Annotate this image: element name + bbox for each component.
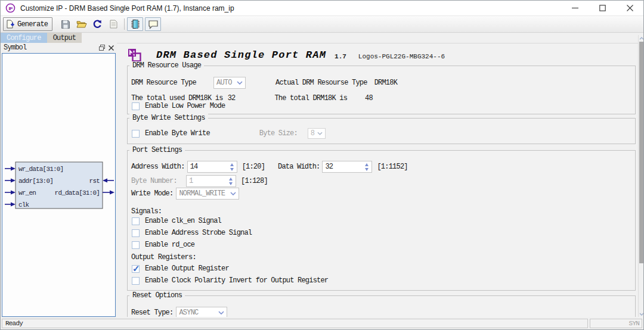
minimize-icon — [572, 5, 578, 11]
checkbox-rd-oce-label: Enable rd_oce — [145, 241, 194, 249]
generate-button[interactable]: Generate — [3, 17, 52, 31]
checkbox-enable-address-strobe[interactable] — [132, 229, 140, 237]
group-legend: Port Settings — [129, 146, 185, 154]
toolbar-separator — [124, 18, 125, 30]
tab-output[interactable]: Output — [47, 33, 82, 43]
checkbox-enable-clk-en[interactable] — [132, 217, 140, 225]
port-label: wr_data[31:0] — [18, 166, 63, 173]
symbol-dock-header: Symbol — [1, 43, 117, 52]
checkbox-low-power-label: Enable Low Power Mode — [145, 102, 225, 110]
chevron-down-icon — [317, 132, 323, 135]
status-message: Ready — [2, 319, 588, 328]
port-label: rst — [89, 178, 100, 185]
address-width-input[interactable]: 14 — [187, 161, 237, 173]
reset-type-select[interactable]: ASYNC — [176, 307, 227, 317]
port-label: clk — [18, 201, 30, 208]
toolbar: Generate — [1, 16, 643, 33]
refresh-button[interactable] — [89, 17, 106, 31]
total-used-value: 32 — [228, 94, 236, 102]
byte-size-label: Byte Size: — [259, 129, 298, 138]
signals-section-label: Signals: — [131, 207, 162, 216]
ip-version: 1.7 — [335, 53, 346, 60]
checkbox-enable-byte-write[interactable] — [132, 130, 140, 138]
close-icon — [627, 5, 633, 11]
save-icon — [61, 20, 70, 29]
group-reset-options: Reset Options Reset Type: ASYNC — [127, 295, 636, 317]
byte-number-label: Byte Number: — [131, 177, 184, 185]
close-panel-icon[interactable] — [109, 45, 114, 51]
chevron-down-icon — [237, 81, 243, 85]
checkbox-clk-en-label: Enable clk_en Signal — [145, 217, 221, 225]
symbol-toggle-button[interactable] — [127, 17, 143, 31]
symbol-view: wr_data[31:0] addr[13:0] wr_en clk rst r… — [2, 53, 116, 317]
generate-label: Generate — [17, 20, 48, 29]
minimize-button[interactable] — [561, 1, 589, 15]
byte-size-select: 8 — [308, 128, 326, 139]
port-label: addr[13:0] — [18, 178, 53, 185]
checkbox-clock-polarity-invert[interactable] — [132, 277, 140, 285]
comment-toggle-button[interactable] — [145, 17, 161, 31]
scrollbar[interactable] — [638, 35, 644, 317]
write-mode-select[interactable]: NORMAL_WRITE — [176, 188, 239, 200]
maximize-button[interactable] — [589, 1, 616, 15]
ip-device: Logos-PGL22G-MBG324--6 — [358, 53, 445, 60]
group-legend: DRM Resource Usage — [129, 61, 204, 70]
write-mode-label: Write Mode: — [131, 189, 173, 198]
open-button[interactable] — [73, 17, 89, 31]
group-legend: Reset Options — [129, 291, 185, 300]
ip-header: DRM Based Single Port RAM 1.7 Logos-PGL2… — [128, 48, 445, 62]
byte-number-range: [1:128] — [241, 177, 268, 185]
group-drm-resource-usage: DRM Resource Usage DRM Resource Type AUT… — [127, 66, 636, 114]
report-button[interactable] — [106, 17, 122, 31]
scrollbar-thumb[interactable] — [639, 42, 644, 263]
checkbox-byte-write-label: Enable Byte Write — [145, 129, 210, 138]
chevron-up-icon — [639, 37, 644, 40]
status-mode: SYN — [590, 319, 642, 328]
close-button[interactable] — [616, 1, 643, 15]
byte-number-input: 1 — [186, 175, 236, 187]
data-width-input[interactable]: 32 — [322, 161, 372, 173]
port-label: rd_data[31:0] — [55, 189, 100, 197]
drm-resource-type-label: DRM Resource Type — [131, 79, 213, 87]
port-label: wr_en — [18, 189, 36, 197]
document-icon — [110, 20, 117, 29]
total-label: The total DRM18K is — [274, 94, 347, 102]
scroll-up-button[interactable] — [639, 35, 644, 41]
window-title: Customize IP - DRM Based Single Port RAM… — [20, 4, 234, 13]
checkbox-enable-output-register[interactable] — [132, 265, 140, 273]
open-folder-icon — [76, 20, 87, 29]
float-panel-icon[interactable] — [99, 45, 105, 51]
group-legend: Byte Write Settings — [129, 114, 208, 122]
checkbox-clock-polarity-label: Enable Clock Polarity Invert for Output … — [145, 276, 328, 285]
refresh-icon — [92, 19, 103, 29]
checkbox-enable-rd-oce[interactable] — [132, 241, 140, 249]
checkbox-address-strobe-label: Enable Address Strobe Signal — [145, 229, 252, 237]
spinner-buttons[interactable] — [228, 163, 237, 171]
group-port-settings: Port Settings Address Width: 14 [1:20] D… — [127, 150, 636, 291]
total-value: 48 — [365, 94, 373, 102]
data-width-range: [1:1152] — [377, 163, 407, 171]
checkbox-output-register-label: Enable Output Register — [145, 264, 229, 273]
actual-drm-type-label: Actual DRM Resourse Type — [275, 79, 367, 87]
spinner-buttons[interactable] — [363, 163, 371, 171]
speech-bubble-icon — [148, 20, 159, 29]
group-byte-write-settings: Byte Write Settings Enable Byte Write By… — [127, 118, 636, 144]
pango-logo-icon — [128, 48, 141, 62]
address-width-range: [1:20] — [242, 163, 265, 171]
save-button[interactable] — [57, 17, 73, 31]
scroll-down-button[interactable] — [639, 311, 644, 317]
title-bar: IP Customize IP - DRM Based Single Port … — [1, 1, 643, 16]
spinner-buttons — [227, 178, 236, 185]
ip-block-diagram: wr_data[31:0] addr[13:0] wr_en clk rst r… — [2, 54, 115, 316]
data-width-label: Data Width: — [278, 163, 320, 171]
tab-bar: Configure Output — [1, 33, 82, 43]
drm-resource-type-select[interactable]: AUTO — [213, 77, 246, 89]
checkbox-low-power[interactable] — [132, 102, 140, 110]
tab-configure[interactable]: Configure — [1, 33, 47, 43]
customize-ip-logo-icon: IP — [5, 3, 16, 13]
chip-icon — [131, 19, 140, 29]
chevron-down-icon — [639, 313, 644, 316]
svg-text:IP: IP — [9, 6, 13, 11]
configure-panel: DRM Based Single Port RAM 1.7 Logos-PGL2… — [117, 43, 638, 317]
ip-title: DRM Based Single Port RAM — [156, 49, 326, 61]
